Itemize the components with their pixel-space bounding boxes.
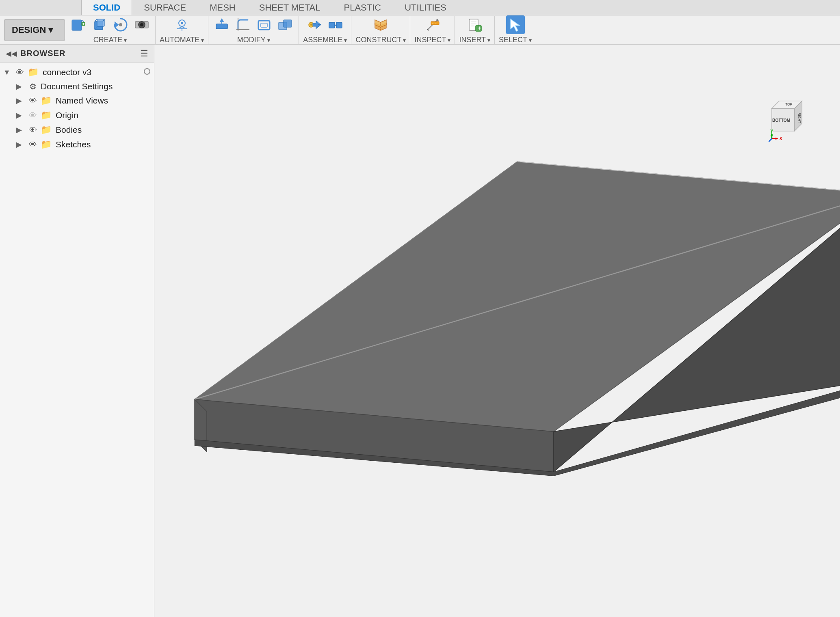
automate-label-group[interactable]: AUTOMATE ▾ — [160, 36, 204, 44]
toolbar: SOLID SURFACE MESH SHEET METAL PLASTIC U… — [0, 0, 840, 45]
insert-arrow: ▾ — [487, 37, 490, 43]
inspect-group: ←→ INSPECT ▾ — [410, 16, 455, 44]
create-icons: + — [69, 15, 151, 34]
browser-header: ◀◀ BROWSER ☰ — [0, 45, 154, 63]
svg-text:BOTTOM: BOTTOM — [772, 118, 790, 123]
tab-plastic[interactable]: PLASTIC — [332, 0, 393, 15]
bodies-label: Bodies — [56, 125, 151, 135]
tab-surface[interactable]: SURFACE — [132, 0, 198, 15]
svg-point-15 — [181, 22, 183, 24]
automate-icon[interactable] — [173, 15, 191, 34]
combine-icon[interactable] — [276, 15, 294, 34]
automate-label: AUTOMATE — [160, 36, 199, 44]
tab-solid[interactable]: SOLID — [81, 0, 132, 15]
svg-text:+: + — [478, 25, 481, 31]
sketches-arrow[interactable]: ▶ — [16, 140, 25, 149]
tree-item-doc-settings[interactable]: ▶ ⚙ Document Settings — [0, 80, 154, 93]
shell-icon[interactable] — [255, 15, 273, 34]
extrude-icon[interactable] — [90, 15, 109, 34]
assemble-group: ASSEMBLE ▾ — [299, 16, 351, 44]
assemble-arrow: ▾ — [344, 37, 347, 43]
new-component-icon[interactable]: + — [69, 15, 88, 34]
tab-sheet-metal[interactable]: SHEET METAL — [247, 0, 332, 15]
assemble-label-group[interactable]: ASSEMBLE ▾ — [303, 36, 347, 44]
bodies-arrow[interactable]: ▶ — [16, 125, 25, 134]
automate-arrow: ▾ — [201, 37, 204, 43]
construct-label: CONSTRUCT — [355, 36, 401, 44]
insert-label-group[interactable]: INSERT ▾ — [459, 36, 490, 44]
select-icon[interactable] — [506, 15, 525, 34]
main-area: ◀◀ BROWSER ☰ ▼ 👁 📁 connector v3 ▶ ⚙ Docu… — [0, 45, 840, 617]
insert-icon[interactable]: + — [465, 15, 484, 34]
sketches-eye-icon[interactable]: 👁 — [28, 140, 38, 149]
create-label-group[interactable]: CREATE ▾ — [93, 36, 127, 44]
svg-marker-19 — [219, 18, 224, 22]
modify-label-group[interactable]: MODIFY ▾ — [237, 36, 270, 44]
fillet-icon[interactable] — [234, 15, 252, 34]
assemble-icons — [305, 15, 345, 34]
inspect-icons: ←→ — [423, 15, 442, 34]
origin-arrow[interactable]: ▶ — [16, 111, 25, 120]
origin-eye-icon[interactable]: 👁 — [28, 111, 38, 120]
modify-icons — [212, 15, 294, 34]
browser-tree: ▼ 👁 📁 connector v3 ▶ ⚙ Document Settings… — [0, 63, 154, 617]
inspect-label-group[interactable]: INSPECT ▾ — [414, 36, 450, 44]
svg-text:TOP: TOP — [785, 102, 792, 106]
press-pull-icon[interactable] — [212, 15, 231, 34]
root-eye-icon[interactable]: 👁 — [15, 68, 25, 77]
svg-text:+: + — [82, 22, 84, 26]
svg-marker-9 — [115, 22, 119, 28]
orientation-cube[interactable]: BOTTOM RIGHT TOP X Y — [759, 93, 808, 146]
automate-group: AUTOMATE ▾ — [156, 16, 208, 44]
modify-label: MODIFY — [237, 36, 266, 44]
browser-title: BROWSER — [20, 49, 65, 58]
construct-group: CONSTRUCT ▾ — [351, 16, 410, 44]
construct-label-group[interactable]: CONSTRUCT ▾ — [355, 36, 406, 44]
doc-settings-eye-icon[interactable]: ⚙ — [28, 82, 38, 91]
hole-icon[interactable] — [132, 15, 151, 34]
select-arrow: ▾ — [529, 37, 532, 43]
viewport[interactable]: BOTTOM RIGHT TOP X Y — [154, 45, 840, 617]
offset-plane-icon[interactable] — [371, 15, 390, 34]
rigid-group-icon[interactable] — [326, 15, 345, 34]
bodies-folder-icon: 📁 — [41, 125, 52, 135]
design-button[interactable]: DESIGN ▾ — [4, 19, 65, 41]
tree-root[interactable]: ▼ 👁 📁 connector v3 — [0, 65, 154, 80]
tab-mesh[interactable]: MESH — [198, 0, 247, 15]
construct-arrow: ▾ — [403, 37, 406, 43]
tree-item-origin[interactable]: ▶ 👁 📁 Origin — [0, 108, 154, 123]
revolve-icon[interactable] — [111, 15, 130, 34]
inspect-label: INSPECT — [414, 36, 446, 44]
named-views-arrow[interactable]: ▶ — [16, 96, 25, 105]
create-group: + — [65, 16, 156, 44]
named-views-folder-icon: 📁 — [41, 95, 52, 106]
inspect-arrow: ▾ — [448, 37, 450, 43]
insert-icons: + — [465, 15, 484, 34]
modify-group: MODIFY ▾ — [208, 16, 299, 44]
svg-text:X: X — [779, 136, 782, 141]
tree-item-bodies[interactable]: ▶ 👁 📁 Bodies — [0, 123, 154, 137]
root-folder-icon: 📁 — [28, 67, 39, 78]
tree-item-sketches[interactable]: ▶ 👁 📁 Sketches — [0, 137, 154, 152]
sketches-folder-icon: 📁 — [41, 139, 52, 150]
select-group: SELECT ▾ — [495, 16, 536, 44]
svg-point-10 — [119, 23, 122, 26]
select-label: SELECT — [499, 36, 527, 44]
svg-rect-18 — [216, 24, 227, 29]
automate-icons — [173, 15, 191, 34]
select-label-group[interactable]: SELECT ▾ — [499, 36, 532, 44]
sidebar: ◀◀ BROWSER ☰ ▼ 👁 📁 connector v3 ▶ ⚙ Docu… — [0, 45, 154, 617]
doc-settings-arrow[interactable]: ▶ — [16, 82, 25, 91]
named-views-eye-icon[interactable]: 👁 — [28, 96, 38, 106]
joint-icon[interactable] — [305, 15, 324, 34]
root-expand-arrow[interactable]: ▼ — [3, 68, 12, 77]
bodies-eye-icon[interactable]: 👁 — [28, 125, 38, 135]
svg-rect-26 — [284, 20, 292, 27]
browser-menu-icon[interactable]: ☰ — [140, 48, 148, 59]
tab-utilities[interactable]: UTILITIES — [393, 0, 458, 15]
tool-row: DESIGN ▾ + — [0, 15, 840, 44]
measure-icon[interactable]: ←→ — [423, 15, 442, 34]
collapse-browser-icon[interactable]: ◀◀ — [6, 49, 17, 58]
tree-item-named-views[interactable]: ▶ 👁 📁 Named Views — [0, 93, 154, 108]
tab-row: SOLID SURFACE MESH SHEET METAL PLASTIC U… — [0, 0, 840, 15]
